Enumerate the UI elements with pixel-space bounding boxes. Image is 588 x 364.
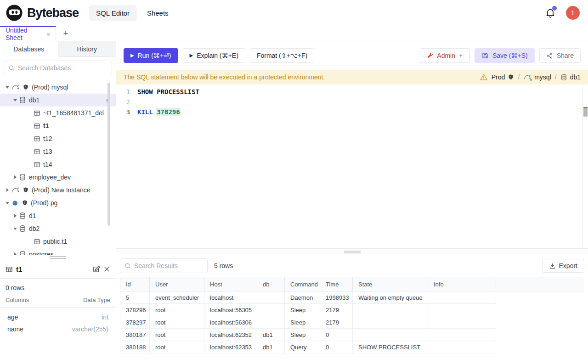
chevron-right-icon[interactable] xyxy=(11,252,19,255)
mysql-icon xyxy=(11,186,20,194)
chevron-right-icon[interactable] xyxy=(4,188,11,192)
nav-sql-editor[interactable]: SQL Editor xyxy=(89,5,137,21)
notification-bell-icon[interactable] xyxy=(545,7,556,18)
results-header-row: IdUserHostdbCommandTimeStateInfo xyxy=(120,277,584,291)
explain-button[interactable]: ▶ Explain (⌘+E) xyxy=(183,48,245,63)
result-cell: Sleep xyxy=(285,329,320,341)
brand-wordmark: Bytebase xyxy=(27,6,79,20)
tree-item-public-t1[interactable]: public.t1 xyxy=(0,235,116,248)
schema-table-name: t1 xyxy=(16,265,22,273)
connection-status-dot xyxy=(530,78,532,81)
breadcrumb-environment: Prod xyxy=(492,73,514,81)
play-icon: ▶ xyxy=(130,53,134,58)
result-cell xyxy=(353,304,428,316)
postgres-icon xyxy=(11,199,19,207)
code-line-2: 2 xyxy=(116,97,588,107)
body: Databases History (Prod) mysqldb1~t1_165… xyxy=(0,41,588,364)
shield-icon xyxy=(22,200,28,206)
results-search[interactable] xyxy=(120,258,208,273)
share-button[interactable]: Share xyxy=(539,48,581,63)
database-icon xyxy=(19,174,26,181)
filler-cell xyxy=(496,329,584,341)
editor-toolbar: ▶ Run (⌘+⏎) ▶ Explain (⌘+E) Format (⇧+⌥+… xyxy=(116,41,588,70)
unsaved-dot xyxy=(47,33,50,36)
chevron-right-icon[interactable] xyxy=(11,213,19,218)
result-cell xyxy=(257,291,285,304)
chevron-down-icon[interactable] xyxy=(11,226,19,231)
result-cell: 380187 xyxy=(120,329,150,341)
tree-scrollbar[interactable] xyxy=(107,83,110,226)
tree-item-label: db1 xyxy=(29,96,40,104)
tree-item-postgres[interactable]: postgres xyxy=(0,248,116,255)
result-cell: 1998933 xyxy=(320,291,353,304)
result-cell: root xyxy=(150,341,204,353)
tree-item-label: (Prod) mysql xyxy=(32,84,68,91)
save-button[interactable]: Save (⌘+S) xyxy=(475,48,535,63)
schema-column-list: ageintnamevarchar(255) xyxy=(0,308,116,335)
avatar[interactable]: 1 xyxy=(566,6,580,20)
run-button[interactable]: ▶ Run (⌘+⏎) xyxy=(124,48,178,63)
tree-item-employee-dev[interactable]: employee_dev xyxy=(0,171,116,184)
sidebar-panel-resizer[interactable] xyxy=(0,255,116,260)
chevron-down-icon[interactable] xyxy=(4,201,11,205)
schema-columns-header: Columns Data Type xyxy=(0,292,116,308)
tree-item-label: t14 xyxy=(43,161,52,168)
table-schema-panel: t1 0 rows Co xyxy=(0,260,116,364)
tree-item-label: postgres xyxy=(29,251,54,255)
tree-item--prod-pg[interactable]: (Prod) pg xyxy=(0,196,116,209)
tab-history[interactable]: History xyxy=(58,41,116,57)
tree-item-t14[interactable]: t14 xyxy=(0,158,116,171)
result-cell: Sleep xyxy=(285,304,320,316)
result-cell: Query xyxy=(285,341,320,353)
tree-item-label: (Prod) pg xyxy=(31,199,57,207)
edit-table-icon[interactable] xyxy=(92,265,100,273)
export-button[interactable]: Export xyxy=(542,259,584,273)
tree-item--t1-1658481371-del[interactable]: ~t1_1658481371_del xyxy=(0,106,116,119)
tree-item-label: t12 xyxy=(43,135,52,142)
result-cell xyxy=(257,316,285,329)
filler-cell xyxy=(496,341,584,353)
tree-item-db2[interactable]: db2 xyxy=(0,222,116,235)
close-schema-icon[interactable] xyxy=(103,266,110,273)
database-tree: (Prod) mysqldb1~t1_1658481371_delt1t12t1… xyxy=(0,79,116,255)
tree-item-d1[interactable]: d1 xyxy=(0,209,116,222)
format-button[interactable]: Format (⇧+⌥+F) xyxy=(250,48,314,63)
results-search-input[interactable] xyxy=(134,262,203,269)
tab-untitled-sheet[interactable]: Untitled Sheet xyxy=(0,26,56,41)
wrench-icon xyxy=(427,52,434,59)
tree-item-t1[interactable]: t1 xyxy=(0,119,116,132)
table-icon xyxy=(6,266,13,273)
app-root: Bytebase SQL Editor Sheets 1 Untitled Sh… xyxy=(0,0,588,364)
nav-sheets[interactable]: Sheets xyxy=(140,5,176,21)
admin-mode-button[interactable]: Admin xyxy=(420,48,470,63)
tab-databases[interactable]: Databases xyxy=(0,41,58,57)
toolbar-right: Admin Save (⌘+S) xyxy=(420,48,581,63)
top-bar-right: 1 xyxy=(545,6,580,20)
result-cell xyxy=(428,304,496,316)
bytebase-logo[interactable]: Bytebase xyxy=(6,4,79,22)
new-sheet-button[interactable]: + xyxy=(56,26,75,41)
result-cell: 378296 xyxy=(120,304,150,316)
result-cell: localhost:56305 xyxy=(204,304,257,316)
chevron-down-icon[interactable] xyxy=(4,85,11,90)
tree-item--prod-new-instance[interactable]: (Prod) New Instance xyxy=(0,184,116,196)
database-search-input[interactable] xyxy=(18,64,107,72)
tree-item-t12[interactable]: t12 xyxy=(0,132,116,145)
chevron-down-icon[interactable] xyxy=(11,98,19,102)
result-row: 5event_schedulerlocalhostDaemon1998933Wa… xyxy=(120,291,584,304)
tree-item--prod-mysql[interactable]: (Prod) mysql xyxy=(0,81,116,94)
result-cell: 378297 xyxy=(120,316,150,329)
results-header: 5 rows Export xyxy=(120,258,584,273)
database-search[interactable] xyxy=(4,61,112,75)
tree-item-t13[interactable]: t13 xyxy=(0,145,116,158)
chevron-right-icon[interactable] xyxy=(11,175,19,179)
row-count-label: 5 rows xyxy=(214,262,233,269)
filler-cell xyxy=(496,291,584,304)
results-panel-resizer[interactable] xyxy=(116,248,588,255)
sql-editor[interactable]: 1SHOW PROCESSLIST23KILL 378296 xyxy=(116,84,588,248)
breadcrumb-database: db1 xyxy=(560,73,581,81)
editor-overview-ruler[interactable] xyxy=(582,84,588,248)
tree-item-db1[interactable]: db1 xyxy=(0,94,116,106)
result-cell: SHOW PROCESSLIST xyxy=(353,341,428,353)
database-icon xyxy=(19,225,26,232)
